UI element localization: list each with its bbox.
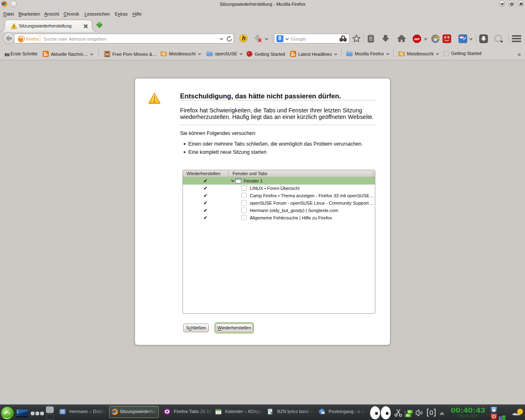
svg-text:ABP: ABP xyxy=(414,38,420,41)
